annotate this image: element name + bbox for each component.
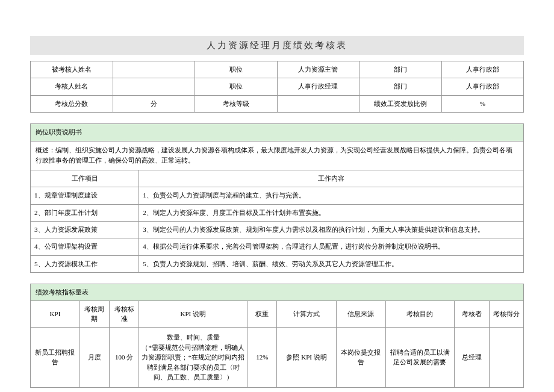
kpi-col-purpose: 考核目的 (385, 301, 455, 328)
job-item-proj: 1、规章管理制度建设 (31, 187, 139, 204)
section-header-job: 岗位职责说明书 (31, 124, 524, 141)
label-grade: 考核等级 (195, 95, 278, 112)
page-title: 人力资源经理月度绩效考核表 (30, 36, 524, 55)
kpi-cell-standard: 100 分 (110, 328, 139, 388)
kpi-cell-period: 月度 (79, 328, 109, 388)
kpi-col-calc: 计算方式 (277, 301, 336, 328)
value-pay-ratio: % (441, 95, 524, 112)
kpi-cell-desc: 数量、时间、质量 （*需要规范公司招聘流程，明确人力资源部职责；*在规定的时间内… (139, 328, 247, 388)
value-position-2: 人事行政经理 (277, 78, 359, 95)
job-item-content: 3、制定公司的人力资源发展政策、规划和年度人力需求以及相应的执行计划，为重大人事… (139, 221, 524, 238)
label-department-2: 部门 (359, 78, 442, 95)
label-total-score: 考核总分数 (31, 95, 113, 112)
section-header-kpi: 绩效考核指标量表 (31, 284, 524, 301)
value-department: 人事行政部 (441, 61, 524, 78)
label-assessor-name: 考核人姓名 (31, 78, 113, 95)
kpi-row: 新员工招聘报告 月度 100 分 数量、时间、质量 （*需要规范公司招聘流程，明… (31, 328, 524, 388)
kpi-cell-score (489, 328, 523, 388)
col-content: 工作内容 (139, 170, 524, 187)
kpi-cell-purpose: 招聘合适的员工以满足公司发展的需要 (385, 328, 455, 388)
value-grade (277, 95, 359, 112)
value-total-score: 分 (113, 95, 195, 112)
kpi-cell-calc: 参照 KPI 说明 (277, 328, 336, 388)
value-department-2: 人事行政部 (441, 78, 524, 95)
kpi-col-desc: KPI 说明 (139, 301, 247, 328)
kpi-cell-weight: 12% (247, 328, 277, 388)
value-assessee-name (113, 61, 195, 78)
table-row: 考核人姓名 职位 人事行政经理 部门 人事行政部 (31, 78, 524, 95)
job-item-content: 4、根据公司运行体系要求，完善公司管理架构，合理进行人员配置，进行岗位分析并制定… (139, 238, 524, 255)
job-item-proj: 2、部门年度工作计划 (31, 204, 139, 221)
kpi-col-weight: 权重 (247, 301, 277, 328)
label-pay-ratio: 绩效工资发放比例 (359, 95, 442, 112)
job-description-table: 岗位职责说明书 概述：编制、组织实施公司人力资源战略，建设发展人力资源各项构成体… (30, 123, 524, 273)
kpi-col-source: 信息来源 (336, 301, 385, 328)
label-department: 部门 (359, 61, 442, 78)
kpi-col-score: 考核得分 (489, 301, 523, 328)
job-item-content: 1、负责公司人力资源制度与流程的建立、执行与完善。 (139, 187, 524, 204)
kpi-col-period: 考核周期 (79, 301, 109, 328)
kpi-col-kpi: KPI (31, 301, 80, 328)
value-assessor-name (113, 78, 195, 95)
label-assessee-name: 被考核人姓名 (31, 61, 113, 78)
job-item-content: 2、制定人力资源年度、月度工作目标及工作计划并布置实施。 (139, 204, 524, 221)
kpi-metrics-table: 绩效考核指标量表 KPI 考核周期 考核标准 KPI 说明 权重 计算方式 信息… (30, 284, 524, 388)
kpi-col-standard: 考核标准 (110, 301, 139, 328)
kpi-cell-assessor: 总经理 (455, 328, 489, 388)
job-item-proj: 4、公司管理架构设置 (31, 238, 139, 255)
value-position: 人力资源主管 (277, 61, 359, 78)
col-project: 工作项目 (31, 170, 139, 187)
kpi-cell-source: 本岗位提交报告 (336, 328, 385, 388)
kpi-col-assessor: 考核者 (455, 301, 489, 328)
table-row: 考核总分数 分 考核等级 绩效工资发放比例 % (31, 95, 524, 112)
label-position-2: 职位 (195, 78, 278, 95)
label-position: 职位 (195, 61, 278, 78)
basic-info-table: 被考核人姓名 职位 人力资源主管 部门 人事行政部 考核人姓名 职位 人事行政经… (30, 61, 524, 113)
table-row: 被考核人姓名 职位 人力资源主管 部门 人事行政部 (31, 61, 524, 78)
job-overview: 概述：编制、组织实施公司人力资源战略，建设发展人力资源各项构成体系，最大限度地开… (31, 141, 524, 170)
job-item-proj: 5、人力资源模块工作 (31, 255, 139, 272)
kpi-cell-name: 新员工招聘报告 (31, 328, 80, 388)
job-item-proj: 3、人力资源发展政策 (31, 221, 139, 238)
job-item-content: 5、负责人力资源规划、招聘、培训、薪酬、绩效、劳动关系及其它人力资源管理工作。 (139, 255, 524, 272)
